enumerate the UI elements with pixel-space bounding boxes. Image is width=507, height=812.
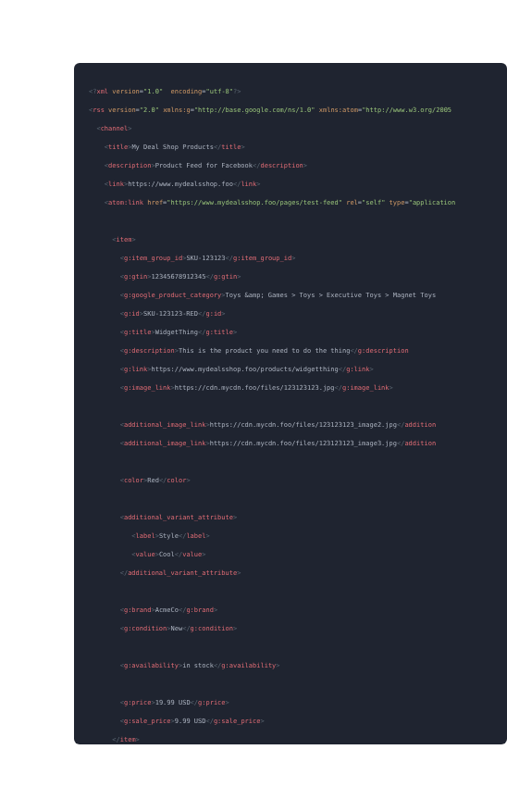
channel-link: https://www.mydealsshop.foo	[128, 181, 233, 188]
code-line: <item>	[74, 235, 507, 244]
item0-image: https://cdn.mycdn.foo/files/123123123.jp…	[175, 384, 335, 392]
code-line: <channel>	[74, 124, 507, 133]
item0-addimg2: https://cdn.mycdn.foo/files/123123123_im…	[210, 440, 397, 447]
code-line: <rss version="2.0" xmlns:g="http://base.…	[74, 106, 507, 115]
rss-version: 2.0	[143, 106, 155, 114]
code-line: <label>Style</label>	[74, 531, 507, 541]
item0-sale-price: 9.99 USD	[175, 718, 206, 725]
code-line: <color>Red</color>	[74, 476, 507, 485]
code-line: <g:price>19.99 USD</g:price>	[74, 698, 507, 707]
code-line: <g:condition>New</g:condition>	[74, 624, 507, 633]
atom-rel: self	[365, 199, 381, 206]
code-line: <additional_variant_attribute>	[74, 513, 507, 522]
code-line: <g:title>WidgetThing</g:title>	[74, 328, 507, 337]
code-line: <g:brand>AcmeCo</g:brand>	[74, 606, 507, 615]
code-line: <g:link>https://www.mydealsshop.foo/prod…	[74, 365, 507, 374]
code-line: <?xml version="1.0" encoding="utf-8"?>	[74, 87, 507, 96]
xml-encoding: utf-8	[210, 88, 229, 95]
item0-price: 19.99 USD	[155, 699, 191, 706]
code-line: <g:sale_price>9.99 USD</g:sale_price>	[74, 717, 507, 726]
item0-link: https://www.mydealsshop.foo/products/wid…	[151, 366, 338, 373]
item0-availability: in stock	[182, 662, 214, 669]
item0-desc: This is the product you need to do the t…	[179, 347, 350, 355]
code-line: <value>Cool</value>	[74, 550, 507, 559]
item0-variant-value: Cool	[159, 551, 175, 558]
code-line: <g:google_product_category>Toys &amp; Ga…	[74, 291, 507, 300]
code-line: <g:item_group_id>SKU-123123</g:item_grou…	[74, 254, 507, 263]
code-line: <g:id>SKU-123123-RED</g:id>	[74, 309, 507, 319]
code-line: <g:availability>in stock</g:availability…	[74, 661, 507, 670]
item0-group-id: SKU-123123	[186, 255, 225, 262]
code-line: <g:gtin>12345678912345</g:gtin>	[74, 272, 507, 281]
rss-xmlns-atom: http://www.w3.org/2005	[365, 106, 451, 114]
code-line: <link>https://www.mydealsshop.foo</link>	[74, 180, 507, 189]
item0-brand: AcmeCo	[155, 606, 179, 614]
code-line: <g:image_link>https://cdn.mycdn.foo/file…	[74, 383, 507, 393]
code-line: <description>Product Feed for Facebook</…	[74, 161, 507, 170]
item0-condition: New	[171, 625, 183, 632]
rss-xmlns-g: http://base.google.com/ns/1.0	[198, 106, 311, 114]
item0-gtin: 12345678912345	[151, 273, 205, 281]
code-line: <additional_image_link>https://cdn.mycdn…	[74, 420, 507, 430]
xml-version: 1.0	[147, 88, 159, 95]
code-line: <additional_image_link>https://cdn.mycdn…	[74, 439, 507, 448]
item0-color: Red	[147, 477, 159, 484]
code-line: </additional_variant_attribute>	[74, 568, 507, 578]
code-line: <atom:link href="https://www.mydealsshop…	[74, 198, 507, 207]
code-block: <?xml version="1.0" encoding="utf-8"?> <…	[74, 63, 507, 744]
atom-href: https://www.mydealsshop.foo/pages/test-f…	[171, 199, 339, 206]
code-line: </item>	[74, 735, 507, 744]
code-line: <g:description>This is the product you n…	[74, 346, 507, 356]
item0-addimg1: https://cdn.mycdn.foo/files/123123123_im…	[210, 421, 397, 429]
atom-type: application	[413, 199, 455, 206]
channel-description: Product Feed for Facebook	[155, 162, 253, 169]
item0-title: WidgetThing	[155, 329, 198, 336]
item0-gpc: Toys &amp; Games > Toys > Executive Toys…	[226, 292, 437, 299]
code-line: <title>My Deal Shop Products</title>	[74, 143, 507, 152]
item0-id: SKU-123123-RED	[143, 310, 198, 318]
item0-variant-label: Style	[159, 532, 179, 540]
channel-title: My Deal Shop Products	[131, 144, 214, 151]
